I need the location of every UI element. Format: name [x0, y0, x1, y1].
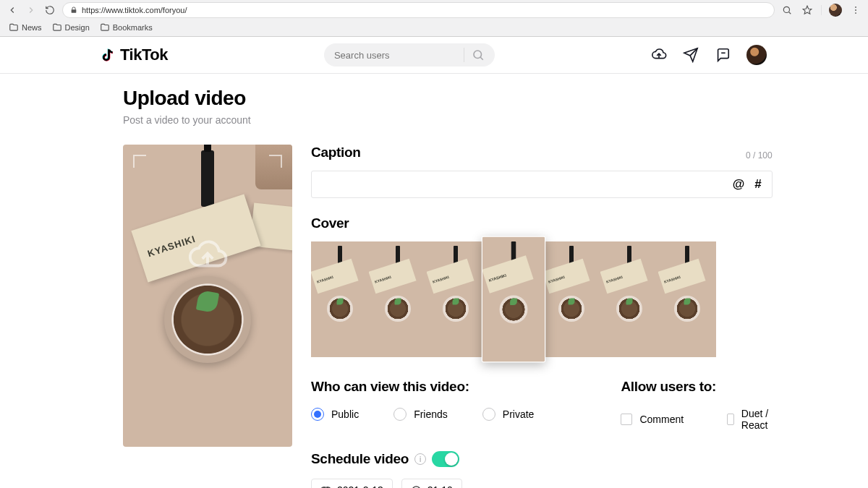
url-text: https://www.tiktok.com/foryou/	[82, 6, 187, 14]
upload-cloud-icon	[187, 234, 229, 279]
cover-thumb[interactable]: KYASHIKI	[369, 241, 427, 357]
forward-button[interactable]	[25, 4, 38, 17]
svg-line-7	[480, 57, 483, 60]
cover-thumb[interactable]: KYASHIKI	[658, 241, 716, 357]
app-header: TikTok	[0, 37, 868, 74]
bookmark-news[interactable]: News	[9, 22, 42, 33]
svg-point-6	[474, 51, 482, 59]
search-bar[interactable]	[324, 43, 495, 67]
caption-counter: 0 / 100	[746, 150, 773, 160]
search-divider	[464, 48, 464, 62]
address-bar[interactable]: https://www.tiktok.com/foryou/	[62, 2, 775, 18]
schedule-time-chip[interactable]: 21:10	[401, 479, 462, 488]
schedule-date-chip[interactable]: 2021-2-13	[311, 479, 393, 488]
logo-text: TikTok	[120, 46, 168, 64]
reload-button[interactable]	[43, 4, 56, 17]
user-avatar[interactable]	[746, 45, 767, 65]
search-icon[interactable]	[472, 48, 485, 61]
allow-check-comment[interactable]: Comment	[621, 408, 684, 431]
privacy-title: Who can view this video:	[311, 379, 534, 395]
search-input[interactable]	[334, 50, 456, 61]
caption-input[interactable]	[322, 179, 723, 190]
inbox-icon[interactable]	[715, 47, 731, 63]
cover-thumb[interactable]: KYASHIKI	[427, 241, 485, 357]
cover-thumb[interactable]: KYASHIKI	[482, 237, 545, 362]
caption-title: Caption	[311, 145, 361, 160]
video-preview[interactable]: KYASHIKI	[123, 145, 292, 447]
bookmark-design[interactable]: Design	[52, 22, 90, 33]
cover-selector[interactable]: KYASHIKIKYASHIKIKYASHIKIKYASHIKIKYASHIKI…	[311, 241, 773, 357]
allow-title: Allow users to:	[621, 379, 772, 395]
schedule-title: Schedule video	[311, 451, 409, 467]
svg-point-5	[855, 12, 856, 14]
svg-point-4	[855, 9, 856, 11]
privacy-radio-friends[interactable]: Friends	[393, 408, 448, 421]
svg-point-0	[783, 7, 789, 12]
info-icon[interactable]: i	[414, 453, 426, 465]
schedule-toggle[interactable]	[432, 451, 459, 467]
cover-thumb[interactable]: KYASHIKI	[600, 241, 658, 357]
privacy-radio-public[interactable]: Public	[311, 408, 359, 421]
bookmark-bookmarks[interactable]: Bookmarks	[100, 22, 153, 33]
bookmarks-bar: News Design Bookmarks	[0, 20, 868, 36]
svg-line-1	[788, 12, 791, 14]
separator	[821, 5, 822, 15]
privacy-radio-private[interactable]: Private	[482, 408, 535, 421]
kebab-menu-icon[interactable]	[849, 4, 862, 17]
zoom-icon[interactable]	[780, 4, 793, 17]
allow-check-duet-react[interactable]: Duet / React	[727, 408, 773, 431]
cover-thumb[interactable]: KYASHIKI	[311, 241, 369, 357]
crop-corners	[132, 153, 284, 438]
back-button[interactable]	[6, 4, 19, 17]
upload-icon[interactable]	[651, 47, 667, 63]
schedule-date-text: 2021-2-13	[337, 484, 383, 488]
page-subtitle: Post a video to your account	[123, 114, 868, 126]
profile-avatar[interactable]	[829, 4, 842, 17]
caption-input-box[interactable]: @ #	[311, 171, 773, 198]
hashtag-button[interactable]: #	[754, 177, 761, 192]
page-title: Upload video	[123, 87, 868, 110]
star-icon[interactable]	[801, 4, 814, 17]
send-icon[interactable]	[683, 47, 699, 63]
tiktok-logo[interactable]: TikTok	[101, 46, 168, 64]
schedule-time-text: 21:10	[427, 484, 453, 488]
mention-button[interactable]: @	[733, 177, 745, 192]
cover-thumb[interactable]: KYASHIKI	[542, 241, 600, 357]
browser-chrome: https://www.tiktok.com/foryou/ News Desi…	[0, 0, 868, 37]
cover-title: Cover	[311, 215, 773, 231]
svg-marker-2	[803, 6, 812, 14]
svg-point-3	[855, 7, 856, 8]
